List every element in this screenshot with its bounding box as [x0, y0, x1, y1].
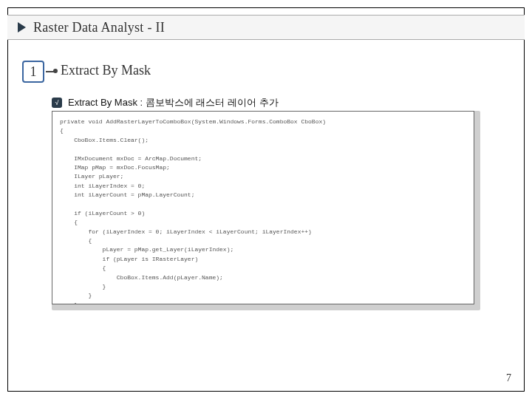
- title-bar: Raster Data Analyst - II: [7, 15, 525, 40]
- subsection-label: Extract By Mask : 콤보박스에 래스터 레이어 추가: [68, 96, 279, 109]
- section-heading: Extract By Mask: [61, 63, 151, 78]
- code-block: private void AddRasterLayerToComboBox(Sy…: [52, 111, 474, 304]
- chevron-right-icon: [18, 22, 26, 33]
- check-icon: √: [52, 98, 62, 108]
- check-mark: √: [55, 99, 59, 106]
- subsection-row: √ Extract By Mask : 콤보박스에 래스터 레이어 추가: [52, 96, 279, 109]
- connector-icon: [46, 71, 55, 72]
- page-title: Raster Data Analyst - II: [33, 20, 165, 35]
- section-number: 1: [30, 64, 37, 80]
- page-number: 7: [506, 372, 511, 384]
- section-number-box: 1: [22, 61, 44, 83]
- code-block-shadow: private void AddRasterLayerToComboBox(Sy…: [52, 111, 480, 310]
